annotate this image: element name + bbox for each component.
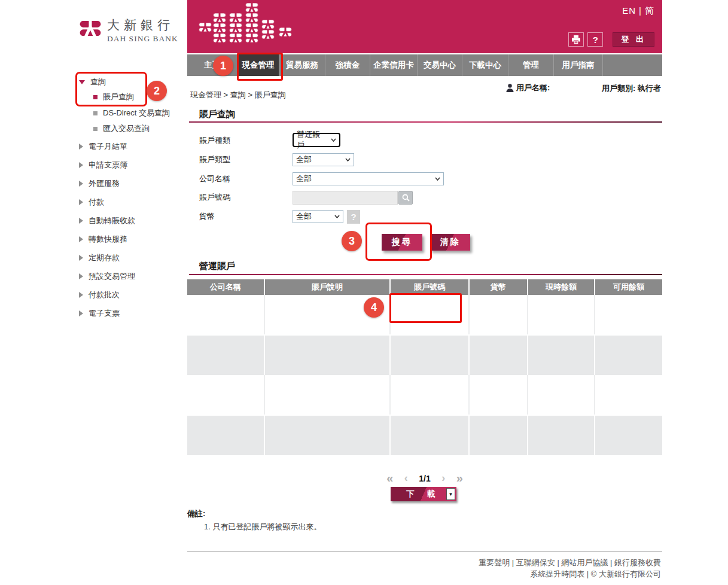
lang-divider: | [639,5,642,17]
bank-name-cn: 大新銀行 [107,19,178,31]
user-name-label: 用戶名稱: [516,83,550,93]
table-header-row: 公司名稱 賬戶說明 賬戶號碼 貨幣 現時餘額 可用餘額 [187,279,662,295]
col-available-balance: 可用餘額 [595,279,662,295]
triangle-right-icon [79,199,83,205]
sidebar-item-account-inquiry[interactable]: 賬戶查詢 [93,92,134,102]
sidebar-item-fx-service[interactable]: 外匯服務 [79,178,120,189]
next-page-icon[interactable]: › [441,472,445,485]
bank-name-en: DAH SING BANK [107,34,178,44]
sidebar-item-payment-batch[interactable]: 付款批次 [79,290,120,300]
bank-logo-icon [80,19,101,38]
tab-trading-center[interactable]: 交易中心 [418,54,462,76]
download-label: 下 載 [406,489,441,499]
triangle-right-icon [79,181,83,187]
account-kind-select[interactable]: 營運賬戶 [293,133,340,147]
annotation-step-3-marker: 3 [342,231,362,251]
bank-logo: 大新銀行 DAH SING BANK [80,19,178,44]
bullet-square-icon [93,95,98,99]
company-name-select[interactable]: 全部 [293,172,444,185]
first-page-icon[interactable]: « [386,471,393,485]
page: 大新銀行 DAH SING BANK 查詢 賬戶查詢 DS-Direct 交易查… [0,0,728,585]
account-number-input[interactable] [293,191,398,205]
table-row [187,375,662,416]
tab-corporate-card[interactable]: 企業信用卡 [370,54,418,76]
sidebar-item-preset-transaction[interactable]: 預設交易管理 [79,271,135,282]
nav-filler [603,54,662,76]
chevron-down-icon [345,158,351,162]
last-page-icon[interactable]: » [456,471,463,485]
sidebar-item-label: 匯入交易查詢 [103,123,150,134]
accounts-table: 公司名稱 賬戶說明 賬戶號碼 貨幣 現時餘額 可用餘額 [187,279,662,455]
user-icon [506,84,514,92]
form-section-title: 賬戶查詢 [199,109,235,120]
sidebar-item-payment[interactable]: 付款 [79,197,104,208]
triangle-right-icon [79,236,83,242]
download-button[interactable]: 下 載 ▼ [391,487,456,501]
sidebar-item-label: 轉數快服務 [89,234,127,245]
breadcrumb: 現金管理 > 查詢 > 賬戶查詢 [190,90,286,100]
currency-help-button[interactable]: ? [347,210,360,224]
table-row [187,336,662,375]
sidebar-group-label: 查詢 [90,77,106,87]
header-banner: EN | 简 ? 登 出 [187,0,662,53]
currency-value: 全部 [296,211,312,222]
clear-button[interactable]: 清除 [430,234,470,251]
col-account-number: 賬戶號碼 [391,279,470,295]
user-type-label: 用戶類別: 執行者 [602,83,661,94]
tab-home[interactable]: 主頁 [187,54,237,76]
field-label-account-kind: 賬戶種類 [199,135,230,146]
tab-trade-services[interactable]: 貿易服務 [279,54,325,76]
col-currency: 貨幣 [470,279,528,295]
account-number-search-button[interactable] [398,191,413,205]
print-button[interactable] [568,32,584,47]
search-button[interactable]: 搜尋 [382,234,422,251]
section-divider [189,274,662,275]
footer-links-line2[interactable]: 系統提升時間表 | © 大新銀行有限公司 [530,569,661,580]
prev-page-icon[interactable]: ‹ [404,472,408,485]
sidebar-item-e-cheque[interactable]: 電子支票 [79,308,120,319]
sidebar-item-label: 申請支票簿 [89,160,127,170]
chevron-down-icon [331,138,336,142]
triangle-right-icon [79,255,83,261]
bullet-square-icon [93,111,98,115]
sidebar-item-ds-direct-inquiry[interactable]: DS-Direct 交易查詢 [93,108,170,118]
sidebar-item-autopay-collection[interactable]: 自動轉賬收款 [79,215,135,226]
field-label-account-number: 賬戶號碼 [199,192,230,203]
sidebar-item-fps-service[interactable]: 轉數快服務 [79,234,127,245]
download-dropdown-arrow[interactable]: ▼ [446,488,455,500]
sidebar-item-cheque-book[interactable]: 申請支票簿 [79,160,127,170]
currency-select[interactable]: 全部 [293,210,343,223]
note-item: 1. 只有已登記賬戶將被顯示出來。 [204,522,321,532]
tab-cash-management[interactable]: 現金管理 [237,54,279,76]
lang-en-link[interactable]: EN [622,5,636,17]
sidebar-item-time-deposit[interactable]: 定期存款 [79,252,120,263]
page-indicator: 1/1 [419,474,430,483]
triangle-right-icon [79,273,83,279]
col-current-balance: 現時餘額 [528,279,595,295]
account-type-select[interactable]: 全部 [293,153,354,166]
sidebar-item-label: 外匯服務 [89,178,120,189]
chevron-down-icon [334,215,340,218]
account-kind-value: 營運賬戶 [297,129,326,151]
tab-download-center[interactable]: 下載中心 [462,54,508,76]
magnifier-icon [402,194,410,202]
col-company-name: 公司名稱 [187,279,265,295]
sidebar-item-label: 自動轉賬收款 [89,215,135,226]
pagination: « ‹ 1/1 › » [187,471,662,485]
field-label-account-type: 賬戶類型 [199,154,230,165]
tab-mpf[interactable]: 強積金 [325,54,370,76]
sidebar-group-inquiry[interactable]: 查詢 [79,77,106,87]
help-button[interactable]: ? [587,32,603,47]
tab-admin[interactable]: 管理 [508,54,554,76]
lang-simplified-link[interactable]: 简 [645,5,654,17]
notes-title: 備註: [187,508,205,519]
triangle-right-icon [79,310,83,316]
sidebar-item-e-statement[interactable]: 電子月結單 [79,141,127,152]
sidebar-item-label: 付款批次 [89,290,120,300]
logout-button[interactable]: 登 出 [613,32,654,47]
tab-user-guide[interactable]: 用戶指南 [554,54,603,76]
field-label-currency: 貨幣 [199,211,215,222]
sidebar-item-inward-remittance-inquiry[interactable]: 匯入交易查詢 [93,123,150,134]
footer-links-line1[interactable]: 重要聲明 | 互聯網保安 | 網站用戶協議 | 銀行服務收費 [479,557,661,568]
table-row [187,295,662,336]
